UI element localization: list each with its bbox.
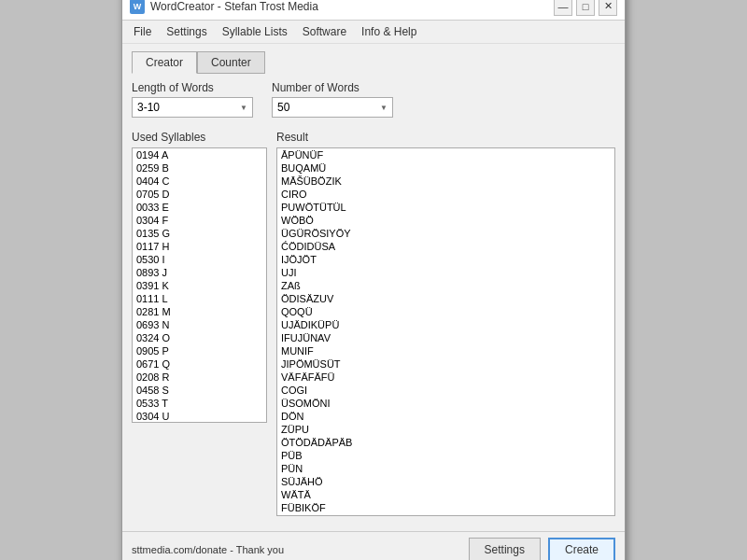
result-item: ĆÖDIDÜSA bbox=[277, 240, 614, 253]
length-group: Length of Words 3-10 1-5 5-15 bbox=[132, 81, 253, 118]
result-item: VÄFÄFÄFÜ bbox=[277, 371, 614, 384]
count-select-wrapper: 50 25 100 bbox=[272, 97, 393, 118]
syllable-item[interactable]: 0893 J bbox=[133, 266, 266, 279]
result-item: JIPÖMÜSÜT bbox=[277, 357, 614, 371]
minimize-button[interactable]: — bbox=[554, 0, 572, 16]
result-item: CIRO bbox=[277, 188, 614, 201]
syllable-item[interactable]: 0304 F bbox=[133, 214, 266, 227]
result-item: PÜB bbox=[277, 449, 614, 462]
status-text: sttmedia.com/donate - Thank you bbox=[132, 544, 284, 555]
count-select[interactable]: 50 25 100 bbox=[272, 97, 393, 118]
settings-button[interactable]: Settings bbox=[469, 538, 541, 560]
syllable-item[interactable]: 0458 S bbox=[133, 384, 266, 397]
result-item: COGI bbox=[277, 384, 614, 397]
result-item: UJÄDIKÜPÜ bbox=[277, 318, 614, 331]
syllable-item[interactable]: 0404 C bbox=[133, 175, 266, 188]
syllable-item[interactable]: 0705 D bbox=[133, 188, 266, 201]
syllable-item[interactable]: 0533 T bbox=[133, 397, 266, 410]
syllable-item[interactable]: 0391 K bbox=[133, 279, 266, 292]
syllables-list[interactable]: 0194 A0259 B0404 C0705 D0033 E0304 F0135… bbox=[132, 147, 267, 423]
result-item: FÜBIKÖF bbox=[277, 501, 614, 514]
result-item: WÖBÖ bbox=[277, 214, 614, 227]
menu-file[interactable]: File bbox=[126, 22, 159, 41]
title-bar: W WordCreator - Stefan Trost Media — □ ✕ bbox=[122, 0, 625, 21]
result-label: Result bbox=[276, 131, 615, 144]
result-item: ÜSOMÖNI bbox=[277, 397, 614, 410]
result-item: ĀPÜNÜF bbox=[277, 148, 614, 161]
result-item: ZÜPU bbox=[277, 423, 614, 436]
result-item: BUQAMÜ bbox=[277, 161, 614, 175]
length-select[interactable]: 3-10 1-5 5-15 bbox=[132, 97, 253, 118]
syllable-item[interactable]: 0693 N bbox=[133, 318, 266, 331]
close-button[interactable]: ✕ bbox=[599, 0, 617, 16]
result-item: IJÖJÖT bbox=[277, 253, 614, 266]
syllable-item[interactable]: 0281 M bbox=[133, 305, 266, 318]
count-group: Number of Words 50 25 100 bbox=[272, 81, 393, 118]
syllable-item[interactable]: 0530 I bbox=[133, 253, 266, 266]
syllable-item[interactable]: 0671 Q bbox=[133, 357, 266, 371]
menu-bar: File Settings Syllable Lists Software In… bbox=[122, 21, 625, 44]
length-select-wrapper: 3-10 1-5 5-15 bbox=[132, 97, 253, 118]
result-item: PUWÖTÜTÜL bbox=[277, 201, 614, 214]
result-item: ZAß bbox=[277, 279, 614, 292]
result-item: ÖDISÄZUV bbox=[277, 292, 614, 305]
syllables-label: Used Syllables bbox=[132, 131, 267, 144]
main-area: Used Syllables 0194 A0259 B0404 C0705 D0… bbox=[132, 131, 615, 516]
result-item: SÖF bbox=[277, 514, 614, 516]
app-icon: W bbox=[130, 0, 145, 14]
create-button[interactable]: Create bbox=[548, 538, 615, 560]
result-item: ÖTÖDÄDÄPÄB bbox=[277, 436, 614, 449]
result-item: PÜN bbox=[277, 462, 614, 475]
maximize-button[interactable]: □ bbox=[576, 0, 595, 16]
syllable-item[interactable]: 0135 G bbox=[133, 227, 266, 240]
count-label: Number of Words bbox=[272, 81, 393, 94]
tab-bar: Creator Counter bbox=[132, 51, 615, 74]
syllable-item[interactable]: 0208 R bbox=[133, 371, 266, 384]
result-item: MĀŠÜBÖZIK bbox=[277, 175, 614, 188]
main-window: W WordCreator - Stefan Trost Media — □ ✕… bbox=[121, 0, 626, 560]
form-controls: Length of Words 3-10 1-5 5-15 Number of … bbox=[132, 81, 615, 123]
syllable-item[interactable]: 0324 O bbox=[133, 331, 266, 344]
window-title: WordCreator - Stefan Trost Media bbox=[150, 0, 318, 13]
menu-info-help[interactable]: Info & Help bbox=[354, 22, 424, 41]
syllable-item[interactable]: 0905 P bbox=[133, 344, 266, 357]
result-item: MUNIF bbox=[277, 344, 614, 357]
result-item: ÜGÜRÖSIYÖY bbox=[277, 227, 614, 240]
action-buttons: Settings Create bbox=[469, 538, 615, 560]
syllable-item[interactable]: 0111 L bbox=[133, 292, 266, 305]
result-list[interactable]: ĀPÜNÜFBUQAMÜMĀŠÜBÖZIKCIROPUWÖTÜTÜLWÖBÖÜG… bbox=[276, 147, 615, 516]
result-item: SÜJÄHÖ bbox=[277, 475, 614, 488]
syllable-item[interactable]: 0304 U bbox=[133, 410, 266, 423]
menu-syllable-lists[interactable]: Syllable Lists bbox=[215, 22, 295, 41]
tab-counter[interactable]: Counter bbox=[197, 51, 265, 74]
result-item: DÖN bbox=[277, 410, 614, 423]
result-item: IFUJÜNAV bbox=[277, 331, 614, 344]
status-bar: sttmedia.com/donate - Thank you Settings… bbox=[122, 531, 625, 560]
syllable-item[interactable]: 0194 A bbox=[133, 148, 266, 161]
content-area: Creator Counter Length of Words 3-10 1-5… bbox=[122, 44, 625, 524]
syllable-item[interactable]: 0117 H bbox=[133, 240, 266, 253]
syllable-item[interactable]: 0259 B bbox=[133, 161, 266, 175]
menu-settings[interactable]: Settings bbox=[159, 22, 214, 41]
menu-software[interactable]: Software bbox=[295, 22, 354, 41]
title-bar-left: W WordCreator - Stefan Trost Media bbox=[130, 0, 318, 14]
result-panel: Result ĀPÜNÜFBUQAMÜMĀŠÜBÖZIKCIROPUWÖTÜTÜ… bbox=[276, 131, 615, 516]
title-controls: — □ ✕ bbox=[554, 0, 617, 16]
syllables-panel: Used Syllables 0194 A0259 B0404 C0705 D0… bbox=[132, 131, 267, 516]
length-label: Length of Words bbox=[132, 81, 253, 94]
tab-creator[interactable]: Creator bbox=[132, 51, 197, 74]
result-item: QOQÜ bbox=[277, 305, 614, 318]
result-item: UJI bbox=[277, 266, 614, 279]
syllable-item[interactable]: 0033 E bbox=[133, 201, 266, 214]
result-item: WÄTÄ bbox=[277, 488, 614, 501]
